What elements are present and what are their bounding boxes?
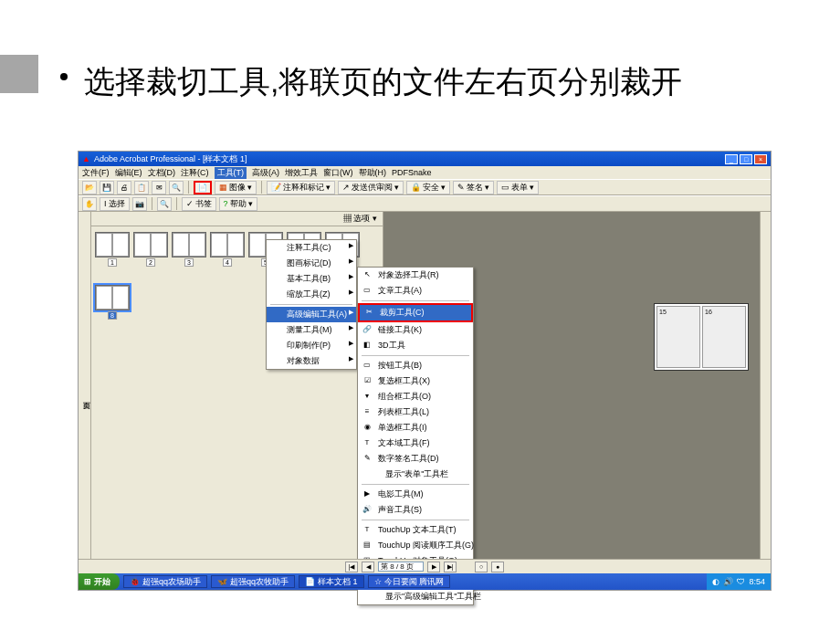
menu-item[interactable]: ▶电影工具(M) [358,487,473,502]
menu-item[interactable]: 印刷制作(P)▶ [267,338,356,353]
menu-item[interactable]: 窗口(W) [323,167,353,179]
tray-icon[interactable]: 🛡 [737,577,745,586]
clock[interactable]: 8:54 [749,577,765,586]
menu-item[interactable]: 对象数据▶ [267,353,356,369]
annotate-button[interactable]: 📝注释和标记▾ [267,181,335,194]
zoom-in-button[interactable]: ● [491,562,504,572]
search-icon[interactable]: 🔍 [169,181,184,194]
slide-decor-square [0,55,38,93]
toolbar-row-2: ✋ I选择 📷 🔍 ✓书签 ?帮助▾ [79,195,771,212]
open-icon[interactable]: 📂 [82,181,97,194]
menu-item[interactable]: 注释(C) [181,167,209,179]
menu-item[interactable]: ▤TouchUp 阅读顺序工具(G) [358,538,473,553]
menu-bar: 文件(F)编辑(E)文档(D)注释(C)工具(T)高级(A)增效工具窗口(W)帮… [79,166,771,179]
menu-item[interactable]: 高级编辑工具(A)▶ [267,307,356,322]
tools-menu-dropdown: 注释工具(C)▶图画标记(D)▶基本工具(B)▶缩放工具(Z)▶高级编辑工具(A… [266,239,357,370]
menu-item[interactable]: 注释工具(C)▶ [267,240,356,256]
first-page-button[interactable]: |◀ [345,562,358,572]
menu-item[interactable]: TTouchUp 文本工具(T) [358,522,473,538]
zoom-out-button[interactable]: ○ [475,562,488,572]
menu-item[interactable]: ↖对象选择工具(R) [358,268,473,283]
menu-item[interactable]: 文件(F) [82,167,110,179]
menu-item[interactable]: 文档(D) [148,167,176,179]
zoom-icon[interactable]: 🔍 [157,197,172,211]
menu-item[interactable]: 增效工具 [285,167,318,179]
menu-item[interactable]: ▾组合框工具(O) [358,389,473,404]
bookmark-button[interactable]: ✓书签 [182,197,216,211]
nav-pane-tabs[interactable]: 页面 [79,212,91,577]
menu-item[interactable]: ≡列表框工具(L) [358,404,473,420]
taskbar-task[interactable]: 🦋超强qq农牧助手 [211,575,295,588]
menu-item[interactable]: ✂裁剪工具(C) [358,303,473,322]
email-icon[interactable]: ✉ [152,181,166,194]
last-page-button[interactable]: ▶| [444,562,457,572]
menu-item[interactable]: 🔊声音工具(S) [358,502,473,518]
windows-taskbar: ⊞ 开始 🐞超强qq农场助手🦋超强qq农牧助手📄样本文档 1☆今日要闻 腾讯网 … [79,573,771,590]
page-number-input[interactable] [378,562,424,572]
page-spread [654,303,749,371]
start-button[interactable]: ⊞ 开始 [79,573,120,590]
tray-icon[interactable]: 🔊 [723,577,733,586]
menu-item[interactable]: ◧3D工具 [358,338,473,353]
taskbar-task[interactable]: 📄样本文档 1 [299,575,364,588]
save-icon[interactable]: 💾 [100,181,114,194]
close-button[interactable]: × [754,154,767,164]
menu-item[interactable]: 工具(T) [215,167,247,179]
menu-item[interactable]: 显示"高级编辑工具"工具栏 [358,589,473,604]
bullet-text: 选择裁切工具,将联页的文件左右页分别裁开 [84,60,778,104]
menu-item[interactable]: 显示"表单"工具栏 [358,467,473,482]
maximize-button[interactable]: □ [740,154,752,164]
page-thumbnail[interactable]: 4 [210,232,245,257]
page-thumbnail[interactable]: 2 [133,232,168,257]
create-pdf-icon[interactable]: 📄 [194,181,212,194]
menu-item[interactable]: T文本域工具(F) [358,436,473,451]
page-thumbnail[interactable]: 1 [95,232,130,257]
menu-item[interactable]: 高级(A) [252,167,279,179]
taskbar-task[interactable]: 🐞超强qq农场助手 [123,575,207,588]
menu-item[interactable]: ▭按钮工具(B) [358,358,473,373]
pages-panel-header: ▦ 选项 ▾ [91,212,383,226]
menu-item[interactable]: PDFSnake [392,168,432,177]
acrobat-window: ▲ Adobe Acrobat Professional - [样本文档 1] … [78,151,772,591]
menu-item[interactable]: 图画标记(D)▶ [267,256,356,271]
snapshot-icon[interactable]: 📷 [132,197,147,211]
options-dropdown[interactable]: ▦ 选项 ▾ [343,213,377,225]
prev-page-button[interactable]: ◀ [362,562,374,572]
next-page-button[interactable]: ▶ [427,562,440,572]
image-button[interactable]: ▦图像▾ [215,181,257,194]
canvas-page [702,306,746,368]
menu-item[interactable]: ▭文章工具(A) [358,283,473,299]
tray-icon[interactable]: ◐ [712,577,719,586]
vertical-scrollbar[interactable] [760,212,771,577]
minimize-button[interactable]: _ [725,154,738,164]
menu-item[interactable]: ☑复选框工具(X) [358,373,473,389]
page-thumbnail[interactable]: 8 [95,285,130,310]
review-button[interactable]: ↗发送供审阅▾ [338,181,404,194]
status-bar: |◀ ◀ ▶ ▶| ○ ● [79,559,771,573]
bullet-dot [60,73,68,80]
window-title: Adobe Acrobat Professional - [样本文档 1] [94,153,247,165]
system-tray[interactable]: ◐ 🔊 🛡 8:54 [707,573,771,590]
menu-item[interactable]: 测量工具(M)▶ [267,322,356,338]
title-bar: ▲ Adobe Acrobat Professional - [样本文档 1] … [79,152,771,166]
print-icon[interactable]: 🖨 [117,181,131,194]
form-button[interactable]: ▭表单▾ [497,181,539,194]
menu-item[interactable]: ◉单选框工具(I) [358,420,473,436]
menu-item[interactable]: 基本工具(B)▶ [267,271,356,287]
select-button[interactable]: I选择 [100,197,130,211]
sign-button[interactable]: ✎签名▾ [453,181,494,194]
advanced-editing-submenu: ↖对象选择工具(R)▭文章工具(A)✂裁剪工具(C)🔗链接工具(K)◧3D工具▭… [357,267,474,605]
menu-item[interactable]: 缩放工具(Z)▶ [267,287,356,302]
taskbar-task[interactable]: ☆今日要闻 腾讯网 [368,575,451,588]
menu-item[interactable]: 编辑(E) [115,167,142,179]
hand-tool-icon[interactable]: ✋ [82,197,97,211]
menu-item[interactable]: 🔗链接工具(K) [358,322,473,338]
menu-item[interactable]: ✎数字签名工具(D) [358,451,473,467]
security-button[interactable]: 🔒安全▾ [406,181,450,194]
page-thumbnail[interactable]: 3 [172,232,206,257]
windows-logo-icon: ⊞ [84,577,91,586]
bullet-text-area: 选择裁切工具,将联页的文件左右页分别裁开 [57,60,778,104]
menu-item[interactable]: 帮助(H) [359,167,387,179]
organizer-icon[interactable]: 📋 [134,181,149,194]
help-button[interactable]: ?帮助▾ [219,197,257,211]
